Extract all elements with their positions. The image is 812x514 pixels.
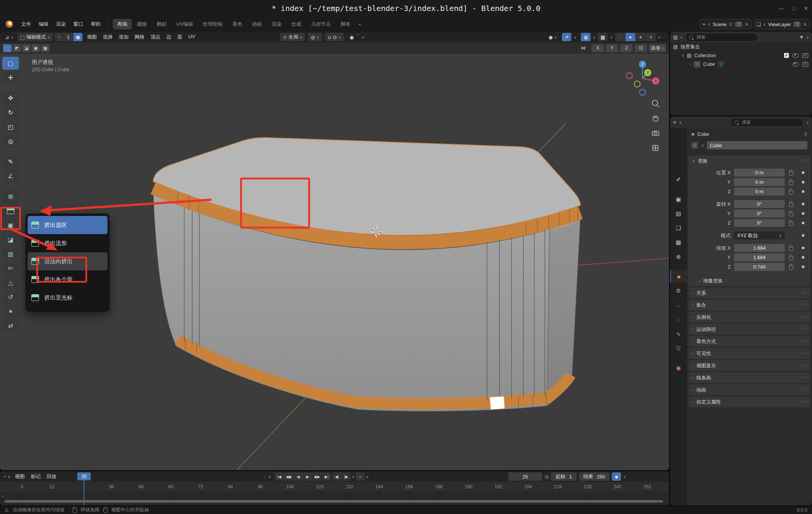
mirror-y-button[interactable]: Y xyxy=(606,44,618,52)
panel-grip-icon[interactable]: ∷∷ xyxy=(801,399,807,404)
properties-editor-icon[interactable]: ≡ xyxy=(673,120,676,125)
shading-rendered-button[interactable]: ◑ xyxy=(646,33,656,41)
transform-value-field[interactable]: 0 m xyxy=(734,169,785,177)
playhead-badge[interactable]: 25 xyxy=(77,472,91,480)
properties-tab-tool[interactable]: ✐ xyxy=(670,173,687,186)
transform-value-field[interactable]: 1.684 xyxy=(734,244,785,252)
viewport-menu-7[interactable]: UV xyxy=(185,33,198,42)
shading-solid-button[interactable]: ● xyxy=(625,33,635,41)
panel-header-8[interactable]: ›动画∷∷ xyxy=(688,384,810,395)
auto-key-toggle[interactable]: ◌∨ xyxy=(261,472,274,481)
select-invert-button[interactable]: ▣ xyxy=(31,44,40,52)
playback-button-1[interactable]: ◀◆ xyxy=(284,472,293,481)
workspace-tab-4[interactable]: 纹理绘制 xyxy=(198,19,227,30)
extrude-menu-item-2[interactable]: 沿法向挤出 xyxy=(28,252,107,270)
keyframe-cell[interactable] xyxy=(798,212,808,215)
frame-step-button-1[interactable]: |▶ xyxy=(342,472,351,481)
panel-grip-icon[interactable]: ∷∷ xyxy=(801,375,807,380)
mirror-z-button[interactable]: Z xyxy=(620,44,633,52)
axis-neg-x-ball[interactable] xyxy=(626,73,632,79)
panel-grip-icon[interactable]: ∷∷ xyxy=(801,158,807,163)
mirror-x-button[interactable]: X xyxy=(591,44,604,52)
tool-annotate[interactable]: ✎ xyxy=(2,155,19,168)
add-workspace-button[interactable]: + xyxy=(355,20,364,29)
app-menu-1[interactable]: 编辑 xyxy=(35,19,52,29)
app-menu-3[interactable]: 窗口 xyxy=(70,19,87,29)
workspace-tab-10[interactable]: 脚本 xyxy=(336,19,355,30)
frame-start-field[interactable]: 起始 1 xyxy=(551,472,576,481)
lock-cell[interactable] xyxy=(785,264,798,270)
panel-grip-icon[interactable]: ∷∷ xyxy=(801,303,807,307)
keyframe-dot-icon[interactable] xyxy=(802,256,804,259)
eye-icon[interactable] xyxy=(792,62,799,67)
viewport-3d[interactable]: ⊿∨ ⬚ 编辑模式 ∨ ∷ ∥ ▦ 视图选择添加网格顶点边面UV ⊹全局∨ ◎∨… xyxy=(0,32,669,470)
workspace-tab-6[interactable]: 动画 xyxy=(247,19,266,30)
workspace-tab-1[interactable]: 建模 xyxy=(132,19,151,30)
properties-tab-world[interactable]: ⊕ xyxy=(670,250,687,263)
minimize-button[interactable]: — xyxy=(779,5,784,11)
pin-icon[interactable]: ⚲ xyxy=(804,131,807,137)
tool-edge-slide[interactable]: ⇄ xyxy=(2,319,19,332)
transform-value-field[interactable]: 0 m xyxy=(734,188,785,196)
tool-select-box[interactable]: ▢ xyxy=(2,57,19,70)
tool-rotate[interactable]: ↻ xyxy=(2,106,19,119)
panel-header-6[interactable]: ›视图显示∷∷ xyxy=(688,360,810,371)
properties-tab-modifiers[interactable]: ⚙ xyxy=(670,284,687,297)
outliner-search[interactable] xyxy=(685,33,758,42)
playback-button-3[interactable]: ▶ xyxy=(303,472,312,481)
tool-bevel[interactable]: ◪ xyxy=(2,233,19,246)
timeline-tracks[interactable] xyxy=(0,492,669,505)
outliner-row-Cube[interactable]: ›▽Cube▽ xyxy=(670,60,812,68)
outliner-row-场景集合[interactable]: ▤场景集合 xyxy=(670,42,812,51)
keyframe-dot-icon[interactable] xyxy=(802,234,804,237)
panel-grip-icon[interactable]: ∷∷ xyxy=(801,315,807,320)
close-button[interactable]: ✕ xyxy=(804,5,808,11)
panel-header-1[interactable]: ›集合∷∷ xyxy=(688,300,810,311)
workspace-tab-5[interactable]: 着色 xyxy=(228,19,247,30)
panel-header-7[interactable]: ›线条画∷∷ xyxy=(688,372,810,383)
extrude-menu-item-0[interactable]: 挤出选区 xyxy=(28,216,107,234)
workspace-tab-3[interactable]: UV编辑 xyxy=(172,19,198,30)
workspace-tab-8[interactable]: 合成 xyxy=(287,19,306,30)
timeline-menu-0[interactable]: 视图 xyxy=(12,472,28,481)
properties-tab-view-layer[interactable]: ❏ xyxy=(670,222,687,234)
tool-knife[interactable]: ✄ xyxy=(2,262,19,275)
mode-dropdown[interactable]: ⬚ 编辑模式 ∨ xyxy=(17,33,53,41)
keyframe-cell[interactable] xyxy=(798,171,808,174)
outliner-editor-icon[interactable]: ▤ xyxy=(673,34,678,40)
keyframe-cell[interactable] xyxy=(798,181,808,183)
viewport-menu-0[interactable]: 视图 xyxy=(84,33,100,42)
keyframe-cell[interactable] xyxy=(798,256,808,259)
properties-tab-render[interactable]: ▣ xyxy=(670,193,687,206)
transform-value-field[interactable]: 0° xyxy=(734,219,785,227)
lock-icon[interactable] xyxy=(789,181,793,185)
scene-name[interactable]: Scene xyxy=(713,22,727,27)
lock-cell[interactable] xyxy=(785,245,798,251)
edge-select-button[interactable]: ∥ xyxy=(64,33,73,41)
snap-base-icon[interactable]: ⊡ xyxy=(635,44,647,52)
properties-tab-physics[interactable]: ◌ xyxy=(670,313,687,326)
playback-button-4[interactable]: ◆▶ xyxy=(313,472,322,481)
transform-value-field[interactable]: 0 m xyxy=(734,178,785,186)
panel-header-3[interactable]: ›运动路径∷∷ xyxy=(688,324,810,335)
current-frame-field[interactable]: 25 xyxy=(508,472,542,481)
vertex-select-button[interactable]: ∷ xyxy=(54,33,64,41)
extrude-menu-item-3[interactable]: 挤出各个面 xyxy=(28,270,107,289)
properties-tab-object[interactable]: ■ xyxy=(670,270,687,283)
workspace-tab-7[interactable]: 渲染 xyxy=(267,19,286,30)
workspace-tab-0[interactable]: 布局 xyxy=(113,19,132,30)
lock-icon[interactable] xyxy=(789,203,793,207)
timeline-editor-icon[interactable]: ◔ xyxy=(3,474,6,480)
panel-header-0[interactable]: ›关系∷∷ xyxy=(688,287,810,298)
viewport-menu-5[interactable]: 边 xyxy=(163,33,174,42)
lock-icon[interactable] xyxy=(789,247,793,251)
lock-icon[interactable] xyxy=(789,256,793,260)
pin-icon[interactable]: ⚲ xyxy=(729,22,733,27)
outliner-item-label[interactable]: Collection xyxy=(694,53,716,58)
copy-viewlayer-button[interactable]: ❐ xyxy=(793,22,801,27)
transform-value-field[interactable]: 0° xyxy=(734,200,785,208)
lock-icon[interactable] xyxy=(789,191,793,194)
panel-header-9[interactable]: ›自定义属性∷∷ xyxy=(688,396,810,407)
tool-scale[interactable]: ◰ xyxy=(2,120,19,133)
viewport-menu-6[interactable]: 面 xyxy=(174,33,185,42)
